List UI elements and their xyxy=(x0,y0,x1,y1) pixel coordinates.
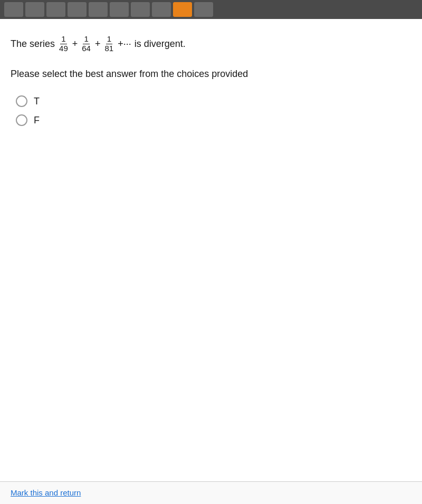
nav-square-1[interactable] xyxy=(4,2,23,17)
series-label: The series xyxy=(11,38,55,50)
nav-square-6[interactable] xyxy=(110,2,129,17)
choice-false[interactable]: F xyxy=(16,114,411,126)
question-statement: The series 1 49 + 1 64 + 1 81 +··· is di… xyxy=(11,35,411,53)
main-content: The series 1 49 + 1 64 + 1 81 +··· is di… xyxy=(0,19,422,481)
plus-1: + xyxy=(72,38,78,50)
divergent-statement: is divergent. xyxy=(135,38,186,50)
fraction-3: 1 81 xyxy=(103,35,114,53)
fraction-3-numerator: 1 xyxy=(106,35,112,44)
choice-false-label: F xyxy=(34,115,40,126)
answer-choices: T F xyxy=(11,95,411,126)
footer: Mark this and return xyxy=(0,481,422,504)
nav-square-9-active[interactable] xyxy=(173,2,192,17)
nav-square-3[interactable] xyxy=(46,2,65,17)
choice-true[interactable]: T xyxy=(16,95,411,107)
nav-square-7[interactable] xyxy=(131,2,150,17)
nav-square-5[interactable] xyxy=(89,2,108,17)
mark-return-link[interactable]: Mark this and return xyxy=(11,488,81,497)
fraction-2-numerator: 1 xyxy=(83,35,89,44)
nav-square-10[interactable] xyxy=(194,2,213,17)
radio-false[interactable] xyxy=(16,114,27,126)
choice-true-label: T xyxy=(34,96,40,107)
top-navigation xyxy=(0,0,422,19)
fraction-2: 1 64 xyxy=(81,35,92,53)
nav-square-8[interactable] xyxy=(152,2,171,17)
instructions-text: Please select the best answer from the c… xyxy=(11,69,411,80)
fraction-3-denominator: 81 xyxy=(103,44,114,53)
fraction-1-numerator: 1 xyxy=(60,35,66,44)
nav-square-4[interactable] xyxy=(68,2,87,17)
fraction-1: 1 49 xyxy=(58,35,69,53)
continuation-dots: +··· xyxy=(118,38,131,50)
fraction-1-denominator: 49 xyxy=(58,44,69,53)
fraction-2-denominator: 64 xyxy=(81,44,92,53)
plus-2: + xyxy=(95,38,101,50)
radio-true[interactable] xyxy=(16,95,27,107)
nav-square-2[interactable] xyxy=(25,2,44,17)
